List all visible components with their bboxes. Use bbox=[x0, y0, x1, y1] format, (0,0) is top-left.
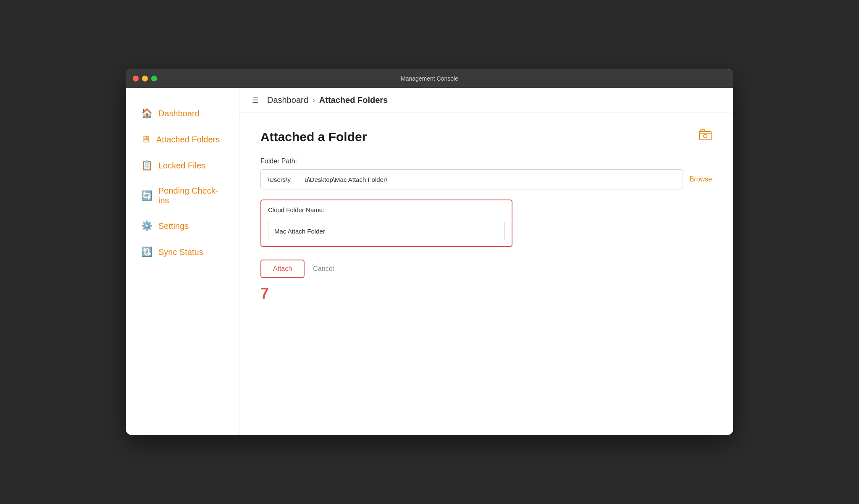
app-body: 🏠 Dashboard 🖥 Attached Folders 📋 Locked … bbox=[126, 88, 733, 435]
sidebar-item-settings[interactable]: ⚙️ Settings bbox=[126, 213, 239, 239]
home-icon: 🏠 bbox=[141, 108, 152, 119]
cloud-folder-name-label: Cloud Folder Name: bbox=[268, 206, 505, 213]
svg-rect-1 bbox=[704, 135, 707, 137]
gear-icon: ⚙️ bbox=[141, 220, 152, 231]
minimize-button[interactable] bbox=[142, 76, 148, 81]
sidebar-label-sync-status: Sync Status bbox=[158, 247, 203, 257]
breadcrumb-root[interactable]: Dashboard bbox=[267, 95, 308, 105]
browse-button[interactable]: Browse bbox=[690, 176, 712, 183]
sidebar: 🏠 Dashboard 🖥 Attached Folders 📋 Locked … bbox=[126, 88, 239, 435]
folder-path-row: Browse bbox=[260, 169, 712, 189]
titlebar: Management Console bbox=[126, 69, 733, 88]
content-area: ☰ Dashboard › Attached Folders Attached … bbox=[239, 88, 733, 435]
sidebar-label-dashboard: Dashboard bbox=[158, 109, 200, 118]
sidebar-item-sync-status[interactable]: 🔃 Sync Status bbox=[126, 239, 239, 265]
cancel-button[interactable]: Cancel bbox=[313, 265, 334, 273]
window-title: Management Console bbox=[401, 75, 458, 82]
sidebar-label-attached-folders: Attached Folders bbox=[156, 135, 220, 144]
close-button[interactable] bbox=[133, 76, 139, 81]
action-row: Attach Cancel bbox=[260, 260, 712, 278]
page-title: Attached a Folder bbox=[260, 130, 712, 144]
sidebar-item-locked-files[interactable]: 📋 Locked Files bbox=[126, 152, 239, 178]
cloud-folder-name-group: Cloud Folder Name: bbox=[260, 200, 512, 247]
folder-path-input[interactable] bbox=[260, 169, 683, 189]
folder-path-group: Folder Path: Browse bbox=[260, 158, 712, 189]
sync-icon: 🔃 bbox=[141, 247, 152, 257]
annotation-number: 7 bbox=[260, 285, 712, 302]
sidebar-item-pending-checkins[interactable]: 🔄 Pending Check-ins bbox=[126, 178, 239, 213]
sidebar-item-dashboard[interactable]: 🏠 Dashboard bbox=[126, 100, 239, 126]
breadcrumb-bar: ☰ Dashboard › Attached Folders bbox=[239, 88, 733, 113]
breadcrumb-separator: › bbox=[313, 96, 315, 105]
folder-archive-icon[interactable] bbox=[699, 128, 712, 144]
attach-button[interactable]: Attach bbox=[260, 260, 305, 278]
sidebar-label-settings: Settings bbox=[158, 221, 189, 231]
checkin-icon: 🔄 bbox=[141, 190, 152, 201]
cloud-folder-name-input[interactable] bbox=[268, 222, 505, 240]
hamburger-icon[interactable]: ☰ bbox=[252, 96, 259, 105]
main-window: Management Console 🏠 Dashboard 🖥 Attache… bbox=[126, 69, 733, 435]
monitor-icon: 🖥 bbox=[141, 134, 150, 145]
maximize-button[interactable] bbox=[151, 76, 157, 81]
sidebar-label-locked-files: Locked Files bbox=[158, 161, 205, 171]
traffic-lights bbox=[133, 76, 157, 81]
sidebar-label-pending-checkins: Pending Check-ins bbox=[158, 186, 224, 205]
folder-path-label: Folder Path: bbox=[260, 158, 712, 165]
sidebar-item-attached-folders[interactable]: 🖥 Attached Folders bbox=[126, 126, 239, 152]
lock-icon: 📋 bbox=[141, 160, 152, 171]
breadcrumb: Dashboard › Attached Folders bbox=[267, 95, 388, 105]
breadcrumb-current: Attached Folders bbox=[319, 95, 388, 105]
page-content: Attached a Folder Folder Path: bbox=[239, 113, 733, 435]
